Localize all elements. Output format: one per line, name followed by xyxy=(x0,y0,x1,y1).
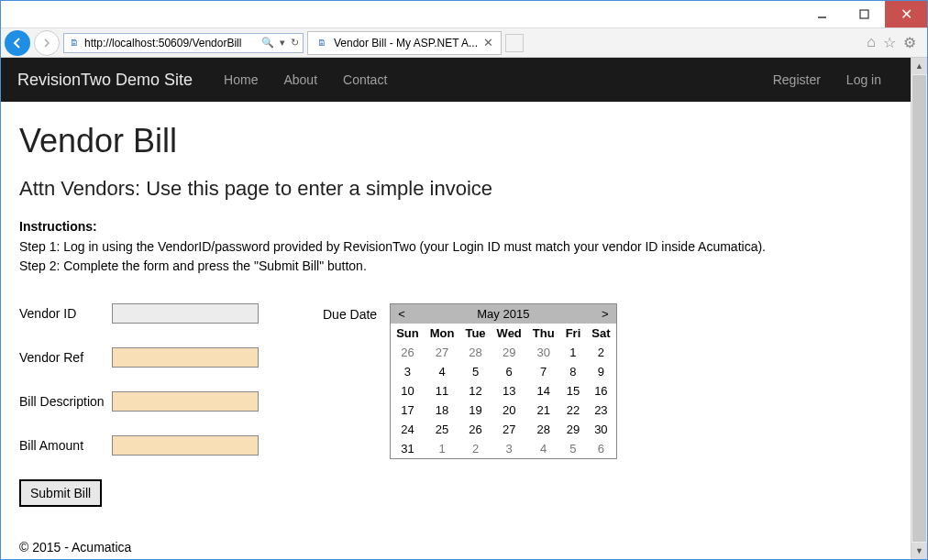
bill-amount-input[interactable] xyxy=(112,435,259,456)
calendar-day[interactable]: 26 xyxy=(459,420,491,439)
due-date-calendar: < May 2015 > SunMonTueWedThuFriSat 26272… xyxy=(390,303,616,459)
calendar-day[interactable]: 11 xyxy=(425,381,460,401)
calendar-day[interactable]: 24 xyxy=(391,420,425,439)
calendar-day[interactable]: 14 xyxy=(527,381,560,401)
calendar-day[interactable]: 6 xyxy=(586,439,615,458)
calendar-day[interactable]: 7 xyxy=(527,362,560,381)
calendar-dow: Fri xyxy=(560,324,587,343)
browser-tab[interactable]: 🗎 Vendor Bill - My ASP.NET A... ✕ xyxy=(307,31,502,55)
calendar-day[interactable]: 8 xyxy=(560,362,587,381)
calendar-day[interactable]: 29 xyxy=(560,420,587,439)
bill-description-input[interactable] xyxy=(112,391,259,412)
calendar-day[interactable]: 1 xyxy=(560,343,587,362)
scroll-up-button[interactable]: ▲ xyxy=(911,58,927,74)
url-input[interactable] xyxy=(84,37,258,49)
calendar-day[interactable]: 28 xyxy=(459,343,491,362)
tab-page-icon: 🗎 xyxy=(315,37,328,49)
due-date-label: Due Date xyxy=(323,303,377,322)
calendar-day[interactable]: 27 xyxy=(492,420,527,439)
calendar-dow: Mon xyxy=(425,324,460,343)
titlebar: ✕ xyxy=(1,1,927,28)
calendar-day[interactable]: 5 xyxy=(560,439,587,458)
page-title: Vendor Bill xyxy=(19,122,892,160)
calendar-day[interactable]: 9 xyxy=(586,362,615,381)
calendar-grid: SunMonTueWedThuFriSat 262728293012345678… xyxy=(391,324,615,458)
calendar-day[interactable]: 21 xyxy=(527,401,560,420)
calendar-day[interactable]: 31 xyxy=(391,439,425,458)
calendar-day[interactable]: 17 xyxy=(391,401,425,420)
calendar-dow: Thu xyxy=(527,324,560,343)
site-brand[interactable]: RevisionTwo Demo Site xyxy=(17,71,193,90)
page-icon: 🗎 xyxy=(68,37,81,49)
calendar-day[interactable]: 19 xyxy=(459,401,491,420)
maximize-button[interactable] xyxy=(843,1,885,27)
calendar-day[interactable]: 30 xyxy=(527,343,560,362)
calendar-dow: Tue xyxy=(459,324,491,343)
vendor-ref-input[interactable] xyxy=(112,347,259,368)
calendar-prev-button[interactable]: < xyxy=(398,307,405,321)
calendar-day[interactable]: 22 xyxy=(560,401,587,420)
nav-link-contact[interactable]: Contact xyxy=(330,72,400,87)
dropdown-icon[interactable]: ▾ xyxy=(280,37,285,49)
tab-title: Vendor Bill - My ASP.NET A... xyxy=(334,37,478,49)
calendar-day[interactable]: 18 xyxy=(425,401,460,420)
calendar-next-button[interactable]: > xyxy=(602,307,609,321)
page-subtitle: Attn Vendors: Use this page to enter a s… xyxy=(19,177,892,201)
browser-toolbar: 🗎 🔍 ▾ ↻ 🗎 Vendor Bill - My ASP.NET A... … xyxy=(1,28,927,58)
nav-link-home[interactable]: Home xyxy=(211,72,271,87)
calendar-day[interactable]: 12 xyxy=(459,381,491,401)
footer-text: © 2015 - Acumatica xyxy=(19,540,892,555)
calendar-day[interactable]: 26 xyxy=(391,343,425,362)
calendar-day[interactable]: 6 xyxy=(492,362,527,381)
bill-description-label: Bill Description xyxy=(19,394,106,409)
browser-window: ✕ 🗎 🔍 ▾ ↻ 🗎 Vendor Bill - My ASP.NET A..… xyxy=(0,0,928,560)
calendar-day[interactable]: 1 xyxy=(425,439,460,458)
svg-rect-1 xyxy=(860,10,868,18)
calendar-day[interactable]: 2 xyxy=(586,343,615,362)
home-icon[interactable]: ⌂ xyxy=(867,34,876,51)
calendar-day[interactable]: 15 xyxy=(560,381,587,401)
calendar-day[interactable]: 4 xyxy=(425,362,460,381)
refresh-icon[interactable]: ↻ xyxy=(291,37,299,49)
calendar-day[interactable]: 10 xyxy=(391,381,425,401)
calendar-day[interactable]: 23 xyxy=(586,401,615,420)
vendor-id-input[interactable] xyxy=(112,303,259,324)
site-navbar: RevisionTwo Demo Site HomeAboutContact R… xyxy=(1,58,911,102)
nav-link-register[interactable]: Register xyxy=(760,72,834,87)
close-button[interactable]: ✕ xyxy=(885,1,927,27)
nav-link-log-in[interactable]: Log in xyxy=(834,72,894,87)
calendar-day[interactable]: 30 xyxy=(586,420,615,439)
calendar-day[interactable]: 5 xyxy=(459,362,491,381)
submit-bill-button[interactable]: Submit Bill xyxy=(19,479,102,507)
vertical-scrollbar[interactable]: ▲ ▼ xyxy=(911,58,927,559)
minimize-button[interactable] xyxy=(801,1,843,27)
forward-button[interactable] xyxy=(34,30,60,56)
instruction-step2: Step 2: Complete the form and press the … xyxy=(19,257,892,276)
scroll-thumb[interactable] xyxy=(912,75,926,542)
calendar-day[interactable]: 25 xyxy=(425,420,460,439)
instruction-step1: Step 1: Log in using the VendorID/passwo… xyxy=(19,237,892,257)
scroll-down-button[interactable]: ▼ xyxy=(911,543,927,559)
calendar-day[interactable]: 28 xyxy=(527,420,560,439)
instructions-heading: Instructions: xyxy=(19,219,892,234)
search-icon[interactable]: 🔍 xyxy=(261,37,274,49)
tab-close-icon[interactable]: ✕ xyxy=(483,36,493,49)
calendar-day[interactable]: 29 xyxy=(492,343,527,362)
calendar-day[interactable]: 13 xyxy=(492,381,527,401)
calendar-day[interactable]: 3 xyxy=(391,362,425,381)
calendar-day[interactable]: 3 xyxy=(492,439,527,458)
nav-link-about[interactable]: About xyxy=(271,72,330,87)
address-bar[interactable]: 🗎 🔍 ▾ ↻ xyxy=(63,33,304,53)
vendor-ref-label: Vendor Ref xyxy=(19,350,106,365)
calendar-day[interactable]: 27 xyxy=(425,343,460,362)
back-button[interactable] xyxy=(5,30,30,56)
calendar-day[interactable]: 4 xyxy=(527,439,560,458)
calendar-day[interactable]: 16 xyxy=(586,381,615,401)
calendar-dow: Sat xyxy=(586,324,615,343)
calendar-day[interactable]: 20 xyxy=(492,401,527,420)
settings-icon[interactable]: ⚙ xyxy=(903,34,916,51)
vendor-id-label: Vendor ID xyxy=(19,306,106,321)
calendar-day[interactable]: 2 xyxy=(459,439,491,458)
new-tab-button[interactable] xyxy=(505,34,524,52)
favorites-icon[interactable]: ☆ xyxy=(883,34,896,51)
